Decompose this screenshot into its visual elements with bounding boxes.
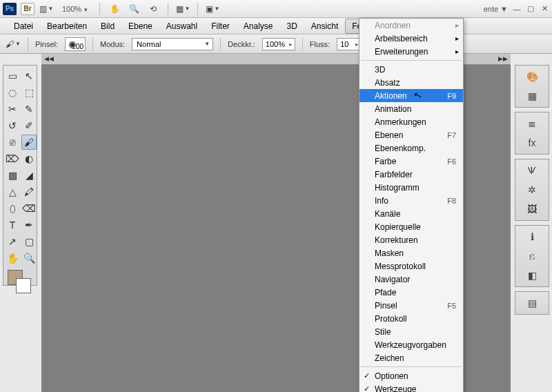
panel-icon-2-2[interactable]: 🖼 <box>524 201 540 217</box>
tool-16[interactable]: ⬯ <box>5 201 20 216</box>
film-strip-icon[interactable]: ▥▼ <box>39 2 54 16</box>
menu-item-optionen[interactable]: ✓Optionen <box>359 369 463 382</box>
tool-7[interactable]: ✐ <box>21 118 37 133</box>
menu-item-animation[interactable]: Animation <box>359 102 463 115</box>
close-button[interactable]: ✕ <box>540 4 549 14</box>
menu-item-stile[interactable]: Stile <box>359 325 463 338</box>
menu-item-label: Zeichen <box>375 353 404 363</box>
menu-ansicht[interactable]: Ansicht <box>304 19 345 34</box>
tool-13[interactable]: ◢ <box>21 168 37 183</box>
menu-item-label: Farbe <box>375 157 396 166</box>
panel-icon-3-1[interactable]: ⎌ <box>524 248 540 264</box>
panel-icon-2-0[interactable]: Ѱ <box>524 162 540 179</box>
menu-item-werkzeugvorgaben[interactable]: Werkzeugvorgaben <box>359 338 463 351</box>
menu-item-arbeitsbereich[interactable]: Arbeitsbereich <box>359 32 463 45</box>
tool-8[interactable]: ⎚ <box>5 135 20 150</box>
screen-mode-icon[interactable]: ▣▼ <box>205 2 220 16</box>
background-swatch[interactable] <box>16 278 31 293</box>
menu-item-info[interactable]: InfoF8 <box>359 194 463 207</box>
arrange-documents-icon[interactable]: ▦▼ <box>175 2 190 16</box>
color-swatches[interactable] <box>5 267 37 295</box>
menu-item-aktionen[interactable]: AktionenF9 <box>359 89 463 102</box>
menu-item-zeichen[interactable]: Zeichen <box>359 351 463 364</box>
bridge-logo-icon[interactable]: Br <box>21 3 34 15</box>
panel-icon-4-0[interactable]: ▤ <box>524 295 540 311</box>
menu-analyse[interactable]: Analyse <box>237 19 280 34</box>
tool-21[interactable]: ▢ <box>21 234 37 249</box>
tool-0[interactable]: ▭ <box>5 68 20 84</box>
blend-mode-select[interactable]: Normal <box>132 38 213 50</box>
menu-item-korrekturen[interactable]: Korrekturen <box>359 233 463 246</box>
tool-3[interactable]: ⬚ <box>21 85 37 100</box>
tool-14[interactable]: △ <box>5 184 20 199</box>
tool-23[interactable]: 🔍 <box>21 251 37 266</box>
brush-preview[interactable]: 200 <box>65 37 86 51</box>
zoom-tool-icon[interactable]: 🔍 <box>126 2 141 16</box>
panel-icon-2-1[interactable]: ✲ <box>524 182 540 198</box>
menu-item-navigator[interactable]: Navigator <box>359 273 463 286</box>
menu-item-ebenen[interactable]: EbenenF7 <box>359 128 463 141</box>
tool-22[interactable]: ✋ <box>5 251 20 266</box>
toolbox: ▭↖◌⬚✂✎↺✐⎚🖌⌦◐▩◢△🖍⬯⌫T✒↗▢✋🔍 <box>3 65 37 286</box>
menu-item-histogramm[interactable]: Histogramm <box>359 181 463 194</box>
panel-icon-0-0[interactable]: 🎨 <box>524 68 540 85</box>
menu-item-ebenenkomp-[interactable]: Ebenenkomp. <box>359 141 463 155</box>
menu-datei[interactable]: Datei <box>7 19 40 34</box>
menu-bearbeiten[interactable]: Bearbeiten <box>40 19 94 34</box>
flow-input[interactable]: 10 <box>337 38 362 50</box>
tool-19[interactable]: ✒ <box>21 217 37 233</box>
application-bar: Ps Br ▥▼ 100%▼ ✋ 🔍 ⟲ ▦▼ ▣▼ ente ▼ — ▢ ✕ <box>0 0 552 18</box>
tool-15[interactable]: 🖍 <box>21 184 37 199</box>
menu-item-masken[interactable]: Masken <box>359 246 463 259</box>
tool-18[interactable]: T <box>5 217 20 233</box>
tool-11[interactable]: ◐ <box>21 151 37 166</box>
menu-item-pinsel[interactable]: PinselF5 <box>359 299 463 312</box>
hand-tool-icon[interactable]: ✋ <box>107 2 122 16</box>
minimize-button[interactable]: — <box>512 4 522 14</box>
menu-item-pfade[interactable]: Pfade <box>359 286 463 299</box>
menu-item-werkzeuge[interactable]: ✓Werkzeuge <box>359 382 463 392</box>
collapse-right-icon[interactable]: ▶▶ <box>498 55 508 62</box>
workspace-switcher[interactable]: ente ▼ <box>484 5 508 13</box>
menu-item-erweiterungen[interactable]: Erweiterungen <box>359 45 463 58</box>
maximize-button[interactable]: ▢ <box>526 4 535 14</box>
zoom-level[interactable]: 100%▼ <box>62 5 88 13</box>
tool-4[interactable]: ✂ <box>5 101 20 117</box>
tool-preset-icon[interactable]: 🖌▼ <box>6 37 21 51</box>
menu-filter[interactable]: Filter <box>204 19 237 34</box>
tool-6[interactable]: ↺ <box>5 118 20 133</box>
menu-item-kopierquelle[interactable]: Kopierquelle <box>359 220 463 233</box>
tool-17[interactable]: ⌫ <box>21 201 37 216</box>
panel-icon-3-2[interactable]: ◧ <box>524 267 540 284</box>
menu-item-messprotokoll[interactable]: Messprotokoll <box>359 259 463 273</box>
panel-icon-0-1[interactable]: ▦ <box>524 88 540 104</box>
menu-item-farbe[interactable]: FarbeF6 <box>359 155 463 168</box>
menu-3d[interactable]: 3D <box>280 19 304 34</box>
tool-10[interactable]: ⌦ <box>5 151 20 166</box>
panel-icon-1-0[interactable]: ≣ <box>524 115 540 132</box>
tool-1[interactable]: ↖ <box>21 68 37 84</box>
tool-2[interactable]: ◌ <box>5 85 20 100</box>
menu-item-shortcut: F9 <box>447 92 456 100</box>
collapse-left-icon[interactable]: ◀◀ <box>44 55 54 62</box>
rotate-view-icon[interactable]: ⟲ <box>146 2 161 16</box>
menu-bild[interactable]: Bild <box>94 19 121 34</box>
menu-item-anmerkungen[interactable]: Anmerkungen <box>359 115 463 128</box>
menu-item-3d[interactable]: 3D <box>359 63 463 76</box>
menu-item-absatz[interactable]: Absatz <box>359 76 463 89</box>
panel-icon-1-1[interactable]: fx <box>524 135 540 151</box>
menu-item-protokoll[interactable]: Protokoll <box>359 312 463 325</box>
tool-20[interactable]: ↗ <box>5 234 20 249</box>
tool-9[interactable]: 🖌 <box>21 135 37 150</box>
tool-12[interactable]: ▩ <box>5 168 20 183</box>
menu-auswahl[interactable]: Auswahl <box>159 19 204 34</box>
ps-logo-icon[interactable]: Ps <box>3 3 17 15</box>
panel-icon-3-0[interactable]: ℹ <box>524 228 540 245</box>
menu-ebene[interactable]: Ebene <box>121 19 159 34</box>
tool-5[interactable]: ✎ <box>21 101 37 117</box>
menu-item-kan-le[interactable]: Kanäle <box>359 207 463 220</box>
opacity-input[interactable]: 100% <box>262 38 295 50</box>
menu-item-farbfelder[interactable]: Farbfelder <box>359 168 463 181</box>
menu-item-anordnen[interactable]: Anordnen <box>359 19 463 32</box>
brush-label: Pinsel: <box>35 40 58 48</box>
